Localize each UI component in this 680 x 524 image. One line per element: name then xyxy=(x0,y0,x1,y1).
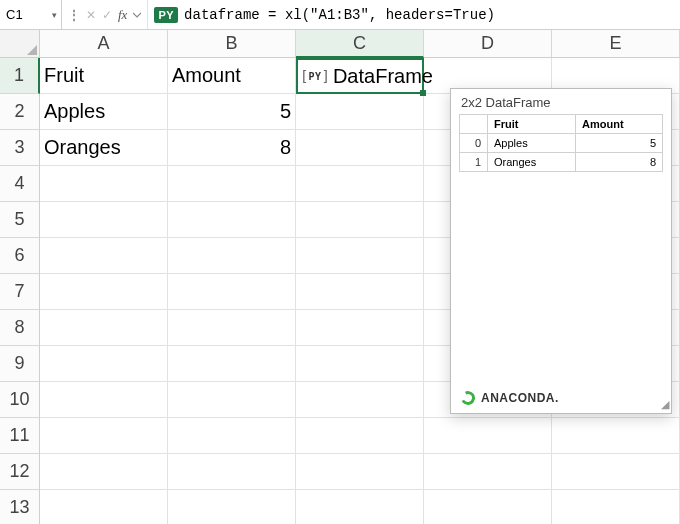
select-all-corner[interactable] xyxy=(0,30,40,58)
row-header-10[interactable]: 10 xyxy=(0,382,40,418)
cell-B1[interactable]: Amount xyxy=(168,58,296,94)
cell-A8[interactable] xyxy=(40,310,168,346)
cell-B11[interactable] xyxy=(168,418,296,454)
fx-icon[interactable]: fx xyxy=(118,7,127,23)
table-row: 1Oranges8 xyxy=(460,153,663,172)
cell-A13[interactable] xyxy=(40,490,168,524)
cell-A1[interactable]: Fruit xyxy=(40,58,168,94)
cell-B10[interactable] xyxy=(168,382,296,418)
df-index-cell: 1 xyxy=(460,153,488,172)
chevron-down-icon[interactable]: ▾ xyxy=(52,10,57,20)
cell-B12[interactable] xyxy=(168,454,296,490)
cell-C5[interactable] xyxy=(296,202,424,238)
cell-A5[interactable] xyxy=(40,202,168,238)
name-box-value: C1 xyxy=(6,7,23,22)
row-header-13[interactable]: 13 xyxy=(0,490,40,524)
cell-C9[interactable] xyxy=(296,346,424,382)
cell-D12[interactable] xyxy=(424,454,552,490)
python-badge: PY xyxy=(154,7,178,23)
df-col-header: Fruit xyxy=(488,115,576,134)
row-header-9[interactable]: 9 xyxy=(0,346,40,382)
column-header-A[interactable]: A xyxy=(40,30,168,58)
dataframe-preview-footer: ANACONDA. xyxy=(451,383,671,413)
cell-B13[interactable] xyxy=(168,490,296,524)
spreadsheet-grid: ABCDE 12345678910111213 FruitAmountPYDat… xyxy=(0,30,680,524)
table-row: 0Apples5 xyxy=(460,134,663,153)
formula-bar-buttons: ⋮ ✕ ✓ fx xyxy=(62,0,148,29)
cell-C4[interactable] xyxy=(296,166,424,202)
cell-A2[interactable]: Apples xyxy=(40,94,168,130)
df-index-cell: 0 xyxy=(460,134,488,153)
df-cell: Oranges xyxy=(488,153,576,172)
cell-B6[interactable] xyxy=(168,238,296,274)
cell-C11[interactable] xyxy=(296,418,424,454)
formula-bar: C1 ▾ ⋮ ✕ ✓ fx PY dataframe = xl("A1:B3",… xyxy=(0,0,680,30)
column-headers: ABCDE xyxy=(40,30,680,58)
cell-B2[interactable]: 5 xyxy=(168,94,296,130)
row-header-12[interactable]: 12 xyxy=(0,454,40,490)
column-header-E[interactable]: E xyxy=(552,30,680,58)
cell-E13[interactable] xyxy=(552,490,680,524)
cell-A11[interactable] xyxy=(40,418,168,454)
dataframe-preview-table: FruitAmount 0Apples51Oranges8 xyxy=(459,114,663,172)
row-header-4[interactable]: 4 xyxy=(0,166,40,202)
anaconda-brand-text: ANACONDA. xyxy=(481,391,559,405)
cell-C1[interactable]: PYDataFrame xyxy=(296,58,424,94)
df-cell: 8 xyxy=(576,153,663,172)
row-header-6[interactable]: 6 xyxy=(0,238,40,274)
row-header-8[interactable]: 8 xyxy=(0,310,40,346)
column-header-C[interactable]: C xyxy=(296,30,424,58)
cell-A6[interactable] xyxy=(40,238,168,274)
cell-E12[interactable] xyxy=(552,454,680,490)
formula-input[interactable]: dataframe = xl("A1:B3", headers=True) xyxy=(178,7,680,23)
cell-E11[interactable] xyxy=(552,418,680,454)
row-header-1[interactable]: 1 xyxy=(0,58,40,94)
cell-B4[interactable] xyxy=(168,166,296,202)
cell-C6[interactable] xyxy=(296,238,424,274)
column-header-B[interactable]: B xyxy=(168,30,296,58)
cell-D11[interactable] xyxy=(424,418,552,454)
cell-A10[interactable] xyxy=(40,382,168,418)
cell-C13[interactable] xyxy=(296,490,424,524)
cell-A4[interactable] xyxy=(40,166,168,202)
cell-value: DataFrame xyxy=(333,65,433,88)
cell-C12[interactable] xyxy=(296,454,424,490)
cell-D13[interactable] xyxy=(424,490,552,524)
cell-C7[interactable] xyxy=(296,274,424,310)
row-header-11[interactable]: 11 xyxy=(0,418,40,454)
more-icon[interactable]: ⋮ xyxy=(68,8,80,22)
cell-B7[interactable] xyxy=(168,274,296,310)
df-col-header: Amount xyxy=(576,115,663,134)
python-chip-icon: PY xyxy=(300,68,330,84)
dataframe-preview-title: 2x2 DataFrame xyxy=(451,89,671,114)
row-headers: 12345678910111213 xyxy=(0,58,40,524)
cell-C10[interactable] xyxy=(296,382,424,418)
df-cell: Apples xyxy=(488,134,576,153)
row-header-3[interactable]: 3 xyxy=(0,130,40,166)
row-header-7[interactable]: 7 xyxy=(0,274,40,310)
dataframe-preview-popup: 2x2 DataFrame FruitAmount 0Apples51Orang… xyxy=(450,88,672,414)
cell-C8[interactable] xyxy=(296,310,424,346)
cell-A12[interactable] xyxy=(40,454,168,490)
name-box[interactable]: C1 ▾ xyxy=(0,0,62,29)
column-header-D[interactable]: D xyxy=(424,30,552,58)
chevron-down-icon[interactable] xyxy=(133,11,141,19)
cancel-icon[interactable]: ✕ xyxy=(86,8,96,22)
cell-B9[interactable] xyxy=(168,346,296,382)
cell-A7[interactable] xyxy=(40,274,168,310)
cell-B8[interactable] xyxy=(168,310,296,346)
anaconda-icon xyxy=(459,389,477,407)
row-header-2[interactable]: 2 xyxy=(0,94,40,130)
cell-B5[interactable] xyxy=(168,202,296,238)
cell-A3[interactable]: Oranges xyxy=(40,130,168,166)
enter-icon[interactable]: ✓ xyxy=(102,8,112,22)
cell-C3[interactable] xyxy=(296,130,424,166)
df-cell: 5 xyxy=(576,134,663,153)
cell-B3[interactable]: 8 xyxy=(168,130,296,166)
row-header-5[interactable]: 5 xyxy=(0,202,40,238)
df-index-header xyxy=(460,115,488,134)
cell-A9[interactable] xyxy=(40,346,168,382)
resize-grip-icon[interactable]: ◢ xyxy=(661,398,669,411)
cell-C2[interactable] xyxy=(296,94,424,130)
